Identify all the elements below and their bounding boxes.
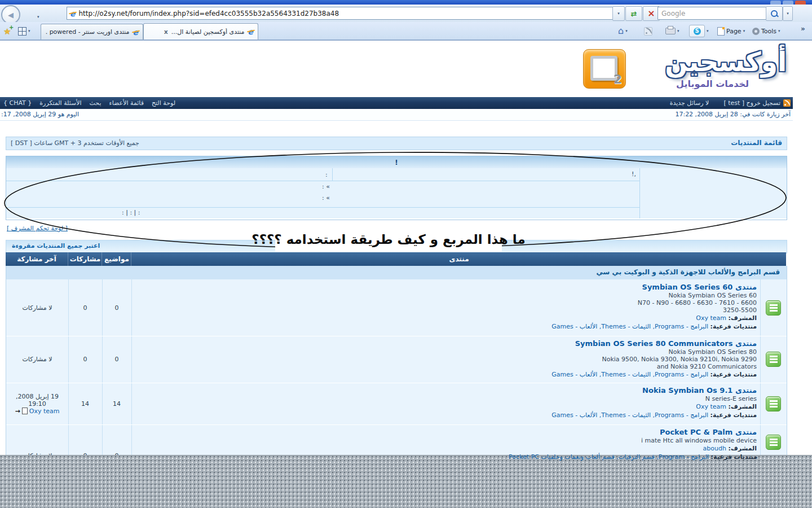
address-input[interactable]: e http://o2sy.net/forum/index.php?sid=ef… bbox=[67, 7, 613, 20]
forum-info-cell: منتدى Symbian OS Series 80 Communicators… bbox=[131, 336, 757, 384]
last-post-cell: لا مشاركات bbox=[6, 424, 68, 455]
table-row: لا مشاركات 0 0 منتدى Symbian OS Series 6… bbox=[6, 279, 787, 336]
forum-description: N70 - N90 - 6680 - 6630 - 7610 - 6600 bbox=[131, 299, 757, 306]
nav-item-logout[interactable]: تسجيل خروج [ test ] bbox=[723, 99, 780, 107]
search-button[interactable] bbox=[766, 6, 783, 21]
subforums-label: منتديات فرعية: bbox=[710, 371, 757, 378]
forum-title-link[interactable]: منتدى Symbian OS Series 80 Communicators bbox=[575, 339, 757, 348]
forum-index-title[interactable]: قائمة المنتديات bbox=[731, 139, 782, 147]
add-favorite-button[interactable]: ★ + bbox=[3, 26, 11, 37]
forum-icon-bars bbox=[770, 356, 778, 363]
divider bbox=[6, 207, 639, 208]
chevron-down-icon: ▾ bbox=[677, 29, 679, 33]
last-post-cell: لا مشاركات bbox=[6, 279, 68, 336]
moderator-link[interactable]: aboudh bbox=[703, 445, 726, 452]
window-titlebar[interactable] bbox=[0, 0, 812, 5]
forum-icon bbox=[766, 435, 781, 450]
forum-page: 2 أوكسجين لخدمات الموبايل لوحة التح قائم… bbox=[0, 41, 812, 508]
home-button[interactable]: ⌂ ▾ bbox=[618, 25, 628, 37]
latest-post-arrow-icon[interactable]: → bbox=[15, 408, 20, 415]
tab-orbit-forum[interactable]: e منتدى اوريت سنتر - powered ... bbox=[41, 24, 143, 40]
forum-icon-bars bbox=[770, 439, 778, 446]
forum-description: Nokia Symbian OS Series 80 bbox=[131, 348, 757, 356]
ie-favicon: e bbox=[70, 10, 76, 17]
forum-description: Nokia Symbian OS Series 60 bbox=[131, 292, 757, 299]
tools-menu-label: Tools bbox=[761, 28, 776, 35]
current-date-text: اليوم هو 29 إبريل 2008, 17: bbox=[1, 111, 79, 118]
nav-item-messages[interactable]: لا رسائل جديدة bbox=[670, 99, 709, 107]
nav-dropdown-icon[interactable]: ▾ bbox=[37, 15, 39, 19]
moderator-label: المشرف: bbox=[729, 314, 757, 322]
moderator-link[interactable]: Oxy team bbox=[696, 314, 726, 322]
moderator-label: المشرف: bbox=[729, 445, 757, 452]
navbar-right-menu: تسجيل خروج [ test ] لا رسائل جديدة bbox=[670, 97, 780, 109]
no-posts-text: لا مشاركات bbox=[22, 304, 52, 312]
subforum-links[interactable]: البرامج - Programs, الثيمات - Themes, ال… bbox=[551, 371, 708, 378]
forum-status-cell bbox=[760, 383, 787, 424]
toolbar-overflow-chevron[interactable]: » bbox=[801, 25, 805, 33]
tools-menu-button[interactable]: Tools ▾ bbox=[752, 25, 780, 37]
posts-count: 0 bbox=[68, 336, 102, 383]
moderator-link[interactable]: Oxy team bbox=[696, 403, 726, 410]
search-input[interactable]: Google bbox=[657, 7, 769, 20]
forum-icon-bars bbox=[770, 400, 778, 408]
table-row: لا مشاركات 0 0 منتدى Pocket PC & Palm i … bbox=[6, 424, 787, 455]
divider bbox=[6, 181, 639, 181]
subforums-label: منتديات فرعية: bbox=[710, 411, 757, 419]
back-arrow-icon: ◀ bbox=[8, 11, 14, 19]
forum-title-link[interactable]: منتدى Symbian OS Series 60 bbox=[642, 283, 757, 291]
subforum-links[interactable]: البرامج - Programs, الثيمات - Themes, ال… bbox=[551, 323, 708, 330]
gear-icon bbox=[752, 28, 760, 35]
subforum-links[interactable]: البرامج - Program, قسم الترقيات, قسم ألع… bbox=[509, 453, 709, 461]
category-title[interactable]: قسم البرامج والألعاب للاجهزة الذكية و ال… bbox=[596, 268, 780, 276]
tab-list-dropdown-icon[interactable]: ▾ bbox=[28, 29, 30, 33]
quick-tabs-button[interactable] bbox=[18, 27, 27, 36]
nav-item-faq[interactable]: الأسئلة المتكررة bbox=[39, 99, 81, 107]
tab-close-icon[interactable]: x bbox=[164, 28, 168, 36]
stats-cell-right: !, bbox=[632, 170, 636, 178]
address-history-dropdown-button[interactable]: ▾ bbox=[612, 6, 625, 21]
forum-status-cell bbox=[760, 424, 787, 455]
divider bbox=[639, 168, 640, 218]
search-placeholder: Google bbox=[661, 10, 685, 17]
nav-item-memberlist[interactable]: قائمة الأعضاء bbox=[109, 99, 144, 107]
forum-status-cell bbox=[760, 336, 787, 383]
nav-item-chat[interactable]: { CHAT } bbox=[3, 99, 32, 107]
subforums-label: منتديات فرعية: bbox=[710, 323, 757, 330]
posts-value: 0 bbox=[83, 304, 87, 312]
maximize-button[interactable] bbox=[783, 1, 793, 5]
timezone-text: جميع الأوقات تستخدم GMT + 3 ساعات [ DST … bbox=[11, 139, 139, 147]
back-button[interactable]: ◀ bbox=[1, 5, 20, 24]
page-menu-button[interactable]: Page ▾ bbox=[717, 25, 745, 37]
nav-item-control-panel[interactable]: لوحة التح bbox=[152, 99, 175, 107]
posts-count: 0 bbox=[68, 424, 102, 455]
chevron-down-icon: ▾ bbox=[778, 29, 780, 33]
mark-read-link[interactable]: اعتبر جميع المنتديات مقروءة bbox=[12, 242, 100, 249]
ie-favicon: e bbox=[133, 28, 139, 36]
tab-oxygen-forum[interactable]: e منتدى أوكسجين لصيانة ال... x bbox=[143, 23, 258, 40]
tab-label: منتدى اوريت سنتر - powered ... bbox=[46, 28, 130, 36]
browser-tab-bar: ★ + ▾ e منتدى اوريت سنتر - powered ... e… bbox=[0, 22, 812, 41]
forum-title-link[interactable]: منتدى Pocket PC & Palm bbox=[660, 428, 757, 436]
rss-feed-icon[interactable] bbox=[783, 99, 791, 107]
close-button[interactable] bbox=[795, 1, 806, 5]
moderator-label: المشرف: bbox=[729, 403, 757, 410]
last-post-user-link[interactable]: Oxy team bbox=[29, 408, 60, 415]
annotation-text-box: ما هذا المربع و كيف طريقة استخدامه ؟؟؟؟ bbox=[275, 227, 502, 252]
topics-value: 14 bbox=[113, 400, 121, 408]
print-button[interactable]: ▾ bbox=[665, 25, 679, 37]
nav-item-search[interactable]: بحث bbox=[90, 99, 102, 107]
home-icon: ⌂ bbox=[618, 27, 624, 36]
forum-title-link[interactable]: منتدى Nokia Symbian Os 9.1 bbox=[642, 386, 757, 395]
feeds-button[interactable] bbox=[644, 25, 652, 37]
moderator-panel-link[interactable]: [ لوحة تحكم المشرف ] bbox=[7, 225, 68, 232]
search-dropdown-button[interactable]: ▾ bbox=[783, 6, 793, 21]
forum-info-cell: منتدى Symbian OS Series 60 Nokia Symbian… bbox=[131, 279, 757, 338]
refresh-button[interactable]: ⇄ bbox=[625, 6, 642, 21]
skype-toolbar-button[interactable]: S ▾ bbox=[689, 25, 709, 37]
row4-subforums-line: منتديات فرعية: البرامج - Program, قسم ال… bbox=[509, 453, 757, 461]
subforum-links[interactable]: البرامج - Programs, الثيمات - Themes, ال… bbox=[551, 411, 708, 419]
minimize-button[interactable] bbox=[770, 1, 781, 5]
topics-value: 0 bbox=[115, 356, 119, 363]
latest-post-page-icon[interactable] bbox=[22, 408, 28, 414]
